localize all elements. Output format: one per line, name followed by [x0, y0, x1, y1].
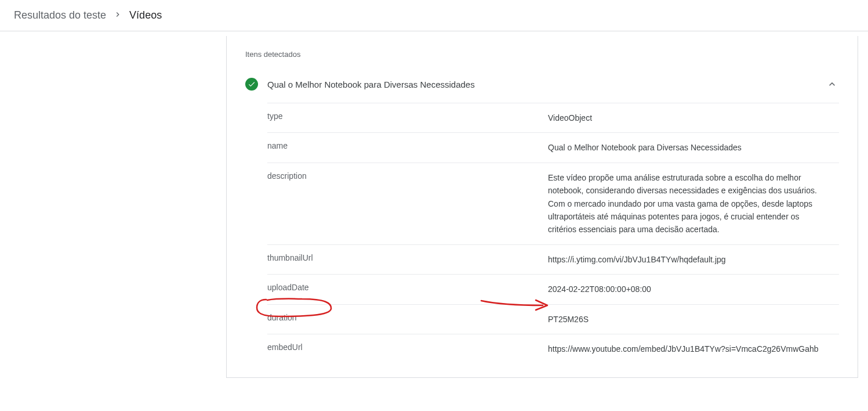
- main-panel: Itens detectados Qual o Melhor Notebook …: [226, 36, 858, 378]
- property-value: https://i.ytimg.com/vi/JbVJu1B4TYw/hqdef…: [548, 253, 826, 266]
- property-value: 2024-02-22T08:00:00+08:00: [548, 283, 826, 295]
- detected-item-title: Qual o Melhor Notebook para Diversas Nec…: [267, 80, 816, 89]
- chevron-up-icon: [825, 77, 839, 91]
- property-row: uploadDate 2024-02-22T08:00:00+08:00: [267, 274, 839, 304]
- property-row: type VideoObject: [267, 103, 839, 132]
- property-key: uploadDate: [267, 283, 534, 292]
- property-value: PT25M26S: [548, 313, 826, 326]
- property-row: embedUrl https://www.youtube.com/embed/J…: [267, 334, 839, 363]
- detected-item-header[interactable]: Qual o Melhor Notebook para Diversas Nec…: [227, 68, 858, 103]
- property-value: Este vídeo propõe uma análise estruturad…: [548, 171, 826, 236]
- left-spacer: [0, 31, 226, 378]
- content-area: Itens detectados Qual o Melhor Notebook …: [0, 31, 868, 378]
- property-key: thumbnailUrl: [267, 253, 534, 262]
- property-key: description: [267, 171, 534, 181]
- property-row: thumbnailUrl https://i.ytimg.com/vi/JbVJ…: [267, 244, 839, 274]
- property-row: description Este vídeo propõe uma anális…: [267, 163, 839, 244]
- annotation-circle: [256, 297, 333, 318]
- breadcrumb-current: Vídeos: [129, 9, 162, 21]
- section-heading: Itens detectados: [227, 36, 858, 68]
- breadcrumb: Resultados do teste Vídeos: [0, 0, 868, 31]
- property-value: https://www.youtube.com/embed/JbVJu1B4TY…: [548, 342, 826, 355]
- property-row: duration PT25M26S: [267, 304, 839, 334]
- property-key: name: [267, 141, 534, 150]
- property-value: VideoObject: [548, 111, 826, 124]
- annotation-arrow: [480, 297, 550, 313]
- property-key: type: [267, 111, 534, 121]
- properties-table: type VideoObject name Qual o Melhor Note…: [227, 103, 858, 377]
- chevron-right-icon: [113, 10, 122, 21]
- property-key: embedUrl: [267, 342, 534, 352]
- check-circle-icon: [245, 78, 258, 91]
- property-value: Qual o Melhor Notebook para Diversas Nec…: [548, 141, 826, 154]
- breadcrumb-parent[interactable]: Resultados do teste: [14, 9, 106, 21]
- property-row: name Qual o Melhor Notebook para Diversa…: [267, 132, 839, 162]
